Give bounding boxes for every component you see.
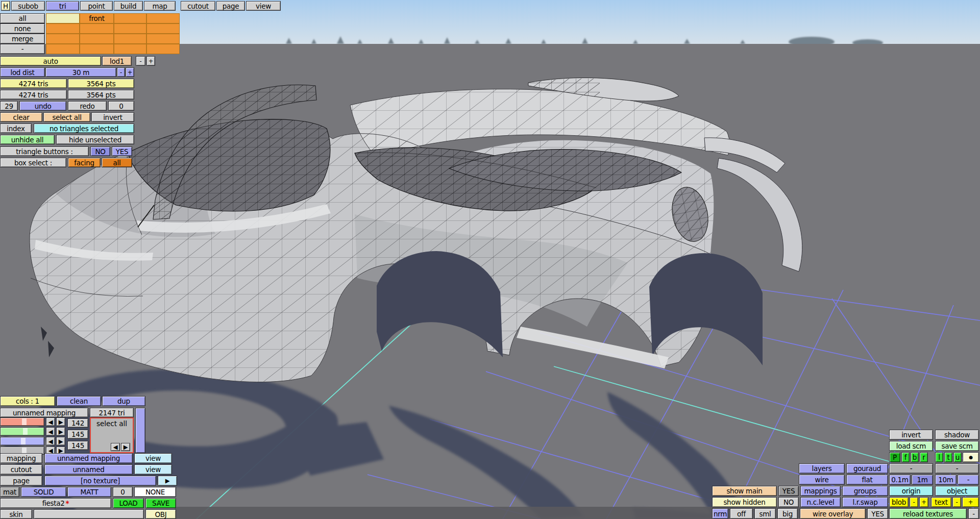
nrm-sml-button[interactable]: sml [754,508,776,519]
menu-subob[interactable]: subob [11,1,45,11]
text-button[interactable]: text [931,497,951,507]
slider-left-arrow[interactable]: ◀ [46,417,55,426]
blob-plus-button[interactable]: + [919,497,928,507]
gouraud-button[interactable]: gouraud [846,463,888,474]
subob-cell[interactable] [146,13,180,23]
menu-point[interactable]: point [80,1,113,11]
lr-swap-button[interactable]: l.r.swap [842,497,888,507]
slider-right-arrow[interactable]: ▶ [56,437,65,446]
obj-button[interactable]: OBJ [145,509,176,519]
file-name[interactable]: fiesta2* [0,498,111,508]
subob-cell[interactable] [46,23,80,34]
mapping-row-value[interactable]: unnamed mapping [44,453,133,463]
page-next-button[interactable]: ▶ [158,476,177,486]
save-button[interactable]: SAVE [145,498,176,508]
subob-cell[interactable] [114,44,146,54]
view-shadow-button[interactable]: shadow [935,430,979,440]
menu-page[interactable]: page [216,1,245,11]
mat-button[interactable]: mat [0,487,19,497]
select-all-button[interactable]: select all [43,112,90,122]
wire-overlay-value[interactable]: YES [867,508,888,519]
cam-r-button[interactable]: r [920,452,928,462]
load-scm-button[interactable]: load scm [889,441,933,451]
subob-cell[interactable] [46,44,80,54]
nrm-button[interactable]: nrm [712,508,728,519]
lod-auto-button[interactable]: auto [0,56,101,66]
lod-dist-minus-button[interactable]: - [117,67,125,77]
lod-dist-plus-button[interactable]: + [126,67,134,77]
hide-unselected-button[interactable]: hide unselected [56,135,134,144]
dup-button[interactable]: dup [102,396,145,406]
cam-b-button[interactable]: b [911,452,919,462]
nrm-off-button[interactable]: off [730,508,753,519]
cutout-row-label[interactable]: cutout [0,464,42,475]
menu-cutout[interactable]: cutout [181,1,215,11]
slider-right-arrow[interactable]: ▶ [56,427,65,436]
invert-selection-button[interactable]: invert [91,112,134,122]
slider-left-arrow[interactable]: ◀ [46,437,55,446]
nrm-big-button[interactable]: big [777,508,798,519]
mapping-row-label[interactable]: mapping [0,453,42,463]
text-plus-button[interactable]: + [962,497,979,507]
cam-dot-button[interactable]: ● [963,452,979,462]
subob-cell[interactable] [146,34,180,44]
reload-dash-button[interactable]: - [968,508,979,519]
slider-right-arrow[interactable]: ▶ [56,417,65,426]
show-main-button[interactable]: show main [712,486,777,496]
cam-t-button[interactable]: t [944,452,952,462]
cols-counter[interactable]: cols : 1 [0,396,55,406]
grid-01m-button[interactable]: 0.1m [889,475,911,485]
box-select-all[interactable]: all [102,158,132,167]
flat-button[interactable]: flat [846,475,888,485]
lod-lod1-button[interactable]: lod1 [102,56,132,66]
subob-cell[interactable] [46,34,80,44]
mappings-button[interactable]: mappings [800,486,841,496]
subob-none-button[interactable]: none [0,23,45,34]
grid-10m-button[interactable]: 10m [935,475,957,485]
view-invert-button[interactable]: invert [889,430,933,440]
subob-cell[interactable] [114,34,146,44]
origin-button[interactable]: origin [889,486,933,496]
mat-index[interactable]: 0 [113,487,133,497]
color-slider-green[interactable] [0,427,44,436]
subob-minus-button[interactable]: - [0,44,45,54]
cam-l-button[interactable]: l [935,452,943,462]
subob-merge-button[interactable]: merge [0,34,45,44]
viewport-3d[interactable] [0,0,980,519]
color-slider-red[interactable] [0,417,44,426]
reload-textures-button[interactable]: reload textures [889,508,967,519]
triangle-buttons-no[interactable]: NO [90,146,110,156]
text-minus-button[interactable]: - [952,497,961,507]
cutout-view-button[interactable]: view [134,464,172,475]
show-hidden-button[interactable]: show hidden [712,497,777,507]
object-button[interactable]: object [935,486,979,496]
subob-cell-front[interactable]: front [80,13,114,23]
unhide-all-button[interactable]: unhide all [0,135,55,144]
lod-plus-button[interactable]: + [146,56,155,66]
palette-left-arrow[interactable]: ◀ [111,443,120,451]
grid-dash-button[interactable]: - [958,475,979,485]
subob-all-button[interactable]: all [0,13,45,23]
subob-cell-selected[interactable] [46,13,80,23]
dash-button[interactable]: - [889,463,933,474]
lod-minus-button[interactable]: - [136,56,145,66]
color-value-b[interactable]: 145 [67,441,88,450]
color-value-r[interactable]: 142 [67,418,88,428]
subob-cell[interactable] [146,23,180,34]
subob-cell[interactable] [146,44,180,54]
load-button[interactable]: LOAD [113,498,144,508]
menu-map[interactable]: map [144,1,176,11]
clean-button[interactable]: clean [57,396,101,406]
blob-minus-button[interactable]: - [910,497,918,507]
color-value-g[interactable]: 145 [67,430,88,439]
redo-button[interactable]: redo [68,101,107,111]
subob-cell[interactable] [80,34,114,44]
menu-tri[interactable]: tri [46,1,79,11]
color-slider-blue[interactable] [0,437,44,446]
skin-name[interactable] [34,509,144,519]
show-main-value[interactable]: YES [778,486,799,496]
menu-view[interactable]: view [246,1,281,11]
subob-cell[interactable] [80,23,114,34]
mapping-name[interactable]: unnamed mapping [0,408,88,417]
page-row-value[interactable]: [no texture] [44,476,156,486]
